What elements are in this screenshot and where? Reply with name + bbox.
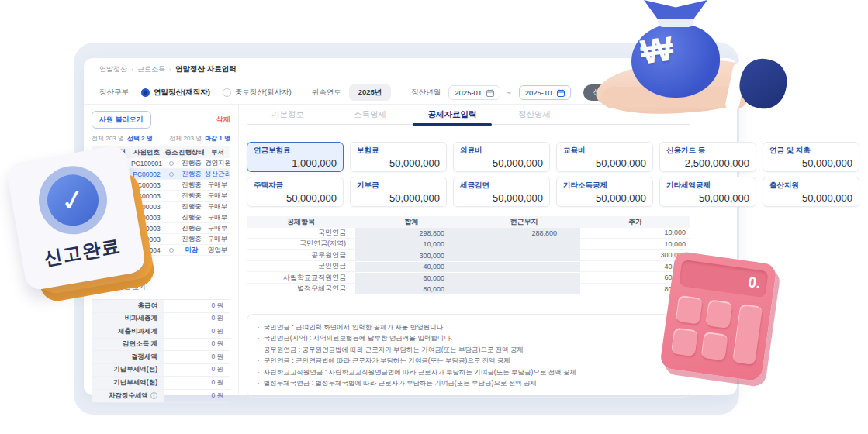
employee-row[interactable]: 김지훈PC00004마감영업부 [92, 245, 230, 256]
summary-value: 0 원 [164, 364, 230, 377]
load-employees-button[interactable]: 사원 불러오기 [92, 111, 151, 129]
summary-label: 차감징수세액i [92, 390, 164, 403]
employee-column-header: 중소 [164, 148, 178, 157]
employee-row[interactable]: 한예리PC00003진행중구매부 [92, 223, 230, 234]
deduction-card[interactable]: 주택자금50,000,000 [247, 177, 344, 207]
show-only-filter[interactable]: 된 사원만 보기 [92, 283, 230, 292]
card-title: 기부금 [357, 181, 440, 191]
deduction-current: 288,800 [468, 228, 580, 239]
period-from-value: 2025-01 [455, 88, 482, 97]
employee-checkbox[interactable] [94, 236, 100, 243]
deduction-card[interactable]: 신용카드 등2,500,000,000 [659, 142, 756, 172]
table-row[interactable]: 사립학교교직원연금60,00060,000 [247, 273, 690, 284]
deduction-card[interactable]: 기부금50,000,000 [350, 177, 447, 207]
selected-count: 선택 2 명 [127, 135, 153, 142]
employee-id: PC100901 [129, 160, 164, 167]
employee-dept: 구매부 [205, 191, 230, 201]
employee-row[interactable]: 한예리PC00003진행중구매부 [92, 234, 230, 245]
employee-row[interactable]: 한예리PC00003진행중구매부 [92, 202, 230, 212]
tab-item[interactable]: 공제자료입력 [411, 105, 493, 124]
info-icon[interactable]: i [150, 392, 157, 399]
table-row[interactable]: 별정우체국연금80,00080,000 [247, 284, 690, 296]
employee-checkbox[interactable] [94, 171, 100, 177]
employee-dept: 구매부 [205, 235, 230, 244]
delete-button[interactable]: 삭제 [216, 115, 230, 125]
page-size-select[interactable]: ∨ [92, 261, 140, 276]
radio-year-end-settlement[interactable]: 연말정산(재직자) [141, 88, 210, 98]
deduction-item: 국민연금(지역) [247, 239, 355, 250]
card-title: 의료비 [460, 146, 543, 156]
employee-checkbox[interactable] [94, 204, 100, 210]
employee-checkbox[interactable] [94, 160, 100, 167]
settlement-type-label: 정산구분 [99, 88, 129, 98]
app-window: 연말정산›근로소득›연말정산 자료입력 정산구분 연말정산(재직자) 중도정산(… [84, 58, 737, 395]
employee-id: PC00003 [129, 214, 164, 222]
deduction-current [468, 262, 580, 273]
deduction-card[interactable]: 보험료50,000,000 [350, 142, 447, 172]
deduction-extra[interactable]: 10,000 [580, 228, 690, 239]
period-separator: ~ [507, 88, 511, 97]
employee-status: 진행중 [178, 170, 205, 179]
employee-checkbox[interactable] [94, 193, 100, 199]
filter-bar: 정산구분 연말정산(재직자) 중도정산(퇴사자) 귀속연도 2025년 정산년월… [84, 81, 737, 105]
tab-item[interactable]: 기본정보 [247, 105, 329, 124]
select-all-checkbox[interactable] [94, 150, 100, 156]
employee-row[interactable]: 윤예진PC100901진행중경영지원 [92, 158, 230, 169]
employee-checkbox[interactable] [94, 215, 100, 221]
deduction-extra[interactable]: 60,000 [580, 273, 690, 284]
employee-checkbox[interactable] [94, 247, 100, 253]
deduction-card[interactable]: 연금보험료1,000,000 [247, 142, 344, 172]
report-close-button[interactable]: 신고서 마감 [583, 84, 642, 101]
show-only-checkbox[interactable] [92, 284, 99, 291]
deduction-card[interactable]: 기타소득공제50,000,000 [556, 177, 653, 207]
closed-count: 마감 1 명 [205, 135, 230, 142]
period-from-input[interactable]: 2025-01 [448, 85, 500, 100]
summary-row: 총급여0 원 [92, 300, 230, 313]
period-to-value: 2025-10 [525, 88, 552, 97]
deduction-extra[interactable]: 300,000 [580, 250, 690, 261]
table-row[interactable]: 국민연금298,800288,80010,000 [247, 228, 690, 239]
tab-item[interactable]: 소득명세 [329, 105, 411, 124]
table-row[interactable]: 공무원연금300,000300,000 [247, 250, 690, 262]
deduction-extra[interactable]: 10,000 [580, 239, 690, 250]
attribution-year-value[interactable]: 2025년 [349, 84, 392, 101]
employee-checkbox[interactable] [94, 182, 100, 188]
summary-label: 결정세액 [92, 351, 164, 363]
employee-name: 한예리 [102, 202, 129, 212]
deduction-extra[interactable]: 80,000 [580, 284, 690, 295]
deduction-card[interactable]: 연금 및 저축50,000,000 [763, 142, 859, 172]
deduction-table: 공제항목합계현근무지추가 국민연금298,800288,80010,000국민연… [247, 216, 690, 295]
employee-dept: 구매부 [205, 202, 230, 212]
deduction-card[interactable]: 기타세액공제50,000,000 [659, 177, 756, 207]
breadcrumb-item[interactable]: 연말정산 자료입력 [175, 64, 237, 74]
summary-label: 감면소득 계 [92, 339, 164, 351]
deduction-extra[interactable]: 40,000 [580, 262, 690, 273]
radio-selected-icon [141, 88, 150, 97]
tab-item[interactable]: 정산명세 [493, 105, 576, 124]
employee-name: 한예리 [102, 224, 129, 233]
employee-row[interactable]: 한예리PC00003진행중구매부 [92, 180, 230, 191]
employee-row[interactable]: 한예리PC00003진행중구매부 [92, 212, 230, 223]
table-row[interactable]: 국민연금(지역)10,00010,000 [247, 239, 690, 251]
card-title: 주택자금 [254, 181, 337, 191]
employee-row[interactable]: 한예리PC00003진행중구매부 [92, 191, 230, 202]
deduction-card[interactable]: 세금감면50,000,000 [453, 177, 550, 207]
employee-id: PC00004 [129, 246, 164, 254]
deduction-card[interactable]: 출산지원50,000,000 [763, 177, 859, 207]
deduction-card[interactable]: 의료비50,000,000 [453, 142, 550, 172]
employee-checkbox[interactable] [94, 226, 100, 232]
breadcrumb-item[interactable]: 연말정산 [99, 64, 127, 74]
radio-mid-settlement[interactable]: 중도정산(퇴사자) [223, 88, 292, 98]
breadcrumb-item[interactable]: 근로소득 [137, 64, 165, 74]
table-row[interactable]: 군인연금40,00040,000 [247, 262, 690, 274]
summary-row: 제출비과세계0 원 [92, 326, 230, 339]
note-item: 국민연금(지역) : 지역의료보험등에 납부한 연금액을 입력합니다. [258, 334, 680, 343]
card-value: 50,000,000 [357, 192, 440, 204]
employee-id: PC00003 [129, 236, 164, 243]
deduction-item: 국민연금 [247, 228, 355, 239]
smb-circle-icon [169, 248, 174, 253]
employee-row[interactable]: 박성원PC00002진행중생산관리 [92, 169, 230, 180]
period-to-input[interactable]: 2025-10 [519, 85, 571, 100]
deduction-card[interactable]: 교육비50,000,000 [556, 142, 653, 172]
settlement-summary: 총급여0 원비과세총계0 원제출비과세계0 원감면소득 계0 원결정세액0 원기… [92, 299, 230, 403]
